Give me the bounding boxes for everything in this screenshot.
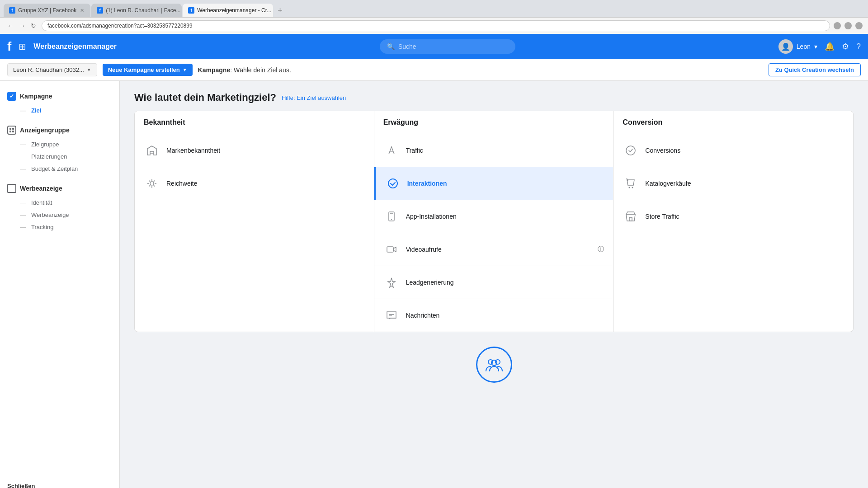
- quick-creation-button[interactable]: Zu Quick Creation wechseln: [769, 63, 861, 76]
- browser-extension-icon-2: [844, 22, 852, 29]
- new-campaign-arrow: ▼: [183, 67, 187, 72]
- content-area: Wie lautet dein Marketingziel? Hilfe: Ei…: [120, 81, 868, 488]
- svg-point-9: [488, 360, 493, 364]
- svg-point-5: [626, 146, 635, 155]
- svg-rect-4: [387, 247, 393, 252]
- app-installationen-label: App-Installationen: [406, 213, 457, 220]
- goal-item-reichweite[interactable]: Reichweite: [135, 167, 374, 200]
- facebook-topbar: f ⊞ Werbeanzeigenmanager 🔍 👤 Leon ▾ 🔔 ⚙ …: [0, 34, 868, 59]
- tab-adsmanager[interactable]: f Werbeanzeigenmanager - Cr... ✕: [183, 4, 273, 17]
- user-menu[interactable]: 👤 Leon ▾: [778, 39, 817, 54]
- avatar: 👤: [778, 39, 793, 54]
- reichweite-label: Reichweite: [166, 180, 197, 187]
- tab-label: Gruppe XYZ | Facebook: [18, 7, 76, 14]
- tab-leon-facebook[interactable]: f (1) Leon R. Chaudhari | Face... ✕: [91, 4, 182, 17]
- sidebar-item-budget[interactable]: Budget & Zeitplan: [0, 163, 119, 175]
- search-input[interactable]: [398, 43, 508, 50]
- svg-point-7: [632, 187, 633, 188]
- leadgenerierung-icon: [383, 274, 400, 291]
- column-header-label-erwaegung: Erwägung: [383, 118, 418, 126]
- nachrichten-label: Nachrichten: [406, 312, 440, 319]
- katalogverkaeufe-label: Katalogverkäufe: [645, 180, 691, 187]
- kampagne-checkbox-icon: ✓: [7, 92, 16, 101]
- conversions-icon: [623, 142, 639, 159]
- search-box[interactable]: 🔍: [380, 39, 515, 54]
- svg-point-10: [495, 360, 500, 364]
- sub-header: Leon R. Chaudhari (3032... ▼ Neue Kampag…: [0, 59, 868, 81]
- interaktionen-icon: [385, 175, 401, 192]
- goal-item-leadgenerierung[interactable]: Leadgenerierung: [374, 266, 613, 299]
- campaign-prefix: Kampagne: [198, 66, 231, 74]
- tab-close[interactable]: ✕: [79, 8, 85, 14]
- store-traffic-icon: [623, 208, 639, 225]
- column-header-conversion: Conversion: [613, 111, 853, 134]
- info-icon[interactable]: ⓘ: [598, 245, 604, 253]
- tab-bar: f Gruppe XYZ | Facebook ✕ f (1) Leon R. …: [0, 0, 868, 17]
- help-link[interactable]: Hilfe: Ein Ziel auswählen: [282, 94, 346, 101]
- goal-item-store-traffic[interactable]: Store Traffic: [613, 200, 853, 233]
- column-erwaegung: Erwägung Traffic: [374, 111, 614, 332]
- goal-item-app-installationen[interactable]: App-Installationen: [374, 200, 613, 233]
- svg-point-6: [629, 187, 630, 188]
- account-selector[interactable]: Leon R. Chaudhari (3032... ▼: [7, 63, 97, 76]
- goal-item-videoaufrufe[interactable]: Videoaufrufe ⓘ: [374, 233, 613, 266]
- reload-button[interactable]: ↻: [29, 21, 38, 30]
- sidebar-item-label-identitaet: Identität: [31, 199, 52, 206]
- sidebar-section-werbeanzeige: Werbeanzeige: [0, 180, 119, 197]
- account-dropdown-arrow: ▼: [87, 67, 91, 72]
- back-button[interactable]: ←: [5, 21, 15, 30]
- goal-item-nachrichten[interactable]: Nachrichten: [374, 299, 613, 332]
- column-header-label-bekanntheit: Bekanntheit: [144, 118, 185, 126]
- goal-item-katalogverkaeufe[interactable]: Katalogverkäufe: [613, 167, 853, 200]
- url-text: facebook.com/adsmanager/creation?act=303…: [47, 23, 193, 29]
- goal-item-markenbekanntheit[interactable]: Markenbekanntheit: [135, 134, 374, 167]
- leadgenerierung-label: Leadgenerierung: [406, 279, 454, 286]
- interaktionen-label: Interaktionen: [407, 180, 447, 187]
- grid-menu-icon[interactable]: ⊞: [19, 41, 26, 52]
- search-icon: 🔍: [387, 43, 395, 50]
- traffic-label: Traffic: [406, 147, 423, 154]
- markenbekanntheit-label: Markenbekanntheit: [166, 147, 220, 154]
- svg-rect-8: [629, 217, 632, 221]
- nachrichten-icon: [383, 307, 400, 324]
- goal-item-traffic[interactable]: Traffic: [374, 134, 613, 167]
- sidebar-item-label-werbeanzeige: Werbeanzeige: [31, 211, 69, 218]
- sidebar-item-ziel[interactable]: Ziel: [0, 104, 119, 117]
- campaign-context: Kampagne: Wähle dein Ziel aus.: [198, 66, 291, 74]
- new-campaign-label: Neue Kampagne erstellen: [108, 66, 180, 73]
- sidebar-section-kampagne: ✓ Kampagne: [0, 88, 119, 104]
- browser-chrome: f Gruppe XYZ | Facebook ✕ f (1) Leon R. …: [0, 0, 868, 34]
- sidebar-item-tracking[interactable]: Tracking: [0, 221, 119, 233]
- sidebar-item-zielgruppe[interactable]: Zielgruppe: [0, 138, 119, 150]
- quick-creation-label: Zu Quick Creation wechseln: [775, 66, 854, 73]
- marketing-goal-grid: Bekanntheit Markenbekanntheit: [134, 111, 854, 332]
- sidebar-item-werbeanzeige[interactable]: Werbeanzeige: [0, 209, 119, 221]
- column-header-erwaegung: Erwägung: [374, 111, 613, 134]
- notifications-icon[interactable]: 🔔: [825, 42, 835, 52]
- browser-extension-icon-3: [855, 22, 863, 29]
- forward-button[interactable]: →: [17, 21, 27, 30]
- settings-icon[interactable]: ⚙: [842, 42, 849, 52]
- column-bekanntheit: Bekanntheit Markenbekanntheit: [135, 111, 374, 332]
- help-link-text: Hilfe: Ein Ziel auswählen: [282, 94, 346, 101]
- user-name: Leon: [797, 43, 811, 50]
- sidebar-section-label-kampagne: Kampagne: [20, 93, 52, 100]
- tab-label: (1) Leon R. Chaudhari | Face...: [106, 7, 180, 14]
- close-button[interactable]: Schließen: [0, 475, 119, 488]
- url-bar[interactable]: facebook.com/adsmanager/creation?act=303…: [42, 20, 830, 31]
- svg-point-3: [391, 219, 392, 220]
- column-header-label-conversion: Conversion: [623, 118, 662, 126]
- new-campaign-button[interactable]: Neue Kampagne erstellen ▼: [103, 64, 193, 76]
- sidebar: ✓ Kampagne Ziel Anzeigengruppe Zielgrupp…: [0, 81, 120, 488]
- facebook-logo: f: [7, 39, 11, 54]
- bottom-audience-icon-container: [134, 347, 854, 383]
- sidebar-item-platzierungen[interactable]: Platzierungen: [0, 150, 119, 163]
- sidebar-item-label-ziel: Ziel: [31, 107, 41, 114]
- goal-item-conversions[interactable]: Conversions: [613, 134, 853, 167]
- sidebar-item-identitaet[interactable]: Identität: [0, 197, 119, 209]
- sidebar-section-label-anzeigengruppe: Anzeigengruppe: [20, 127, 70, 134]
- tab-gruppe-xyz[interactable]: f Gruppe XYZ | Facebook ✕: [4, 4, 90, 17]
- help-icon[interactable]: ?: [856, 42, 861, 52]
- goal-item-interaktionen[interactable]: Interaktionen: [374, 167, 613, 200]
- new-tab-button[interactable]: +: [274, 4, 286, 17]
